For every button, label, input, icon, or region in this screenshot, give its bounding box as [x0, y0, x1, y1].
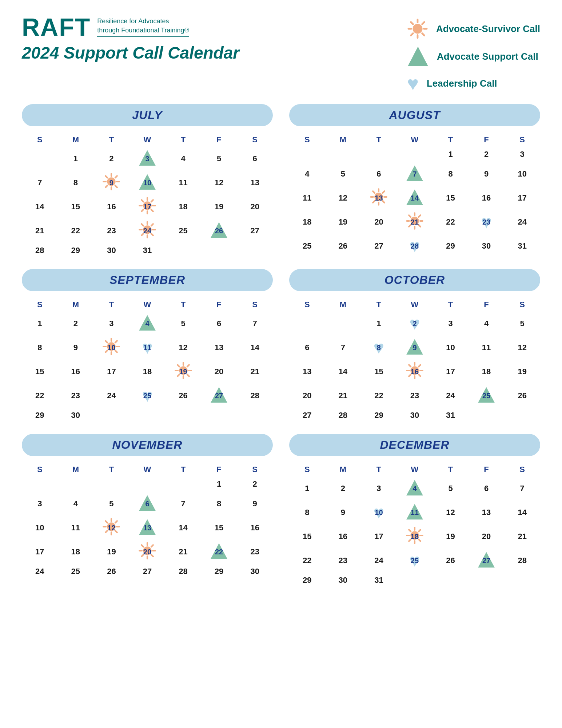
cal-day: 8 — [289, 500, 325, 525]
cal-day: 13 — [289, 360, 325, 384]
empty-cell — [201, 408, 237, 423]
dow-header: T — [165, 463, 201, 476]
calendar-cell-8: ♥ 8 — [370, 339, 388, 357]
cal-day: 19 — [165, 360, 201, 384]
cal-day: 6 — [289, 336, 325, 360]
cal-day: 16 — [93, 195, 129, 219]
calendar-cell-28: ♥ 28 — [406, 237, 424, 255]
cal-day: 29 — [433, 234, 469, 258]
cal-day: 21 — [237, 360, 273, 384]
empty-cell — [22, 476, 58, 492]
calendar-table: SMTWTFS123 4 56789 10 ♥ 11 1213141516171… — [22, 298, 273, 423]
cal-day: 30 — [469, 234, 505, 258]
calendar-cell-26: 26 — [210, 222, 228, 240]
dow-header: T — [433, 463, 469, 476]
calendar-cell-6: 6 — [138, 495, 156, 513]
cal-day: 21 — [22, 219, 58, 243]
cal-day: 9 — [58, 336, 94, 360]
cal-day: 1 — [361, 312, 397, 336]
cal-day: 6 — [129, 492, 166, 516]
calendar-cell-19: 19 — [174, 363, 192, 381]
cal-day: 30 — [58, 408, 94, 423]
empty-cell — [397, 573, 433, 588]
dow-header: S — [504, 298, 540, 312]
empty-cell — [469, 408, 505, 423]
empty-cell — [289, 147, 325, 162]
dow-header: S — [504, 133, 540, 147]
cal-day: 30 — [397, 408, 433, 423]
svg-line-8 — [411, 33, 413, 36]
svg-line-121 — [419, 530, 420, 531]
calendar-cell-17: 17 — [138, 198, 156, 216]
cal-day: 2 — [469, 147, 505, 162]
cal-day: 12 — [433, 500, 469, 525]
cal-day: 4 — [58, 492, 94, 516]
legend-label-support: Advocate Support Call — [437, 51, 538, 62]
calendar-pair: SEPTEMBER SMTWTFS123 4 56789 10 ♥ 11 121… — [22, 269, 540, 423]
svg-line-109 — [151, 545, 153, 547]
empty-cell — [93, 408, 129, 423]
month-september: SEPTEMBER SMTWTFS123 4 56789 10 ♥ 11 121… — [22, 269, 273, 423]
empty-cell — [504, 408, 540, 423]
cal-day: 13 — [237, 171, 273, 195]
cal-day: 2 — [58, 312, 94, 336]
svg-line-68 — [115, 341, 117, 343]
cal-day: 28 — [22, 243, 58, 258]
svg-line-47 — [383, 201, 384, 203]
cal-day: 21 — [504, 525, 540, 549]
empty-cell — [361, 147, 397, 162]
calendar-table: SMTWTFS12345 6 7891011 12 13 14151617181 — [22, 463, 273, 579]
dow-header: S — [237, 133, 273, 147]
cal-day: 4 — [397, 476, 433, 500]
cal-day: ♥ 23 — [469, 210, 505, 234]
cal-day: 16 — [58, 360, 94, 384]
svg-line-67 — [115, 351, 117, 352]
calendar-cell-21: 21 — [406, 213, 424, 231]
dow-header: T — [361, 298, 397, 312]
empty-cell — [504, 573, 540, 588]
cal-day: 28 — [237, 384, 273, 408]
heart-icon: ♥ — [407, 74, 419, 93]
cal-day: 25 — [469, 384, 505, 408]
legend-item-leadership: ♥ Leadership Call — [407, 74, 497, 93]
pair-right: AUGUST SMTWTFS123456 7 89101112 13 14 — [289, 104, 540, 258]
cal-day: 14 — [165, 516, 201, 540]
cal-day: 29 — [289, 573, 325, 588]
cal-day: 23 — [58, 384, 94, 408]
dow-header: S — [289, 463, 325, 476]
cal-day: 11 — [469, 336, 505, 360]
cal-day: 12 — [325, 186, 361, 210]
empty-cell — [433, 573, 469, 588]
cal-day: 22 — [361, 384, 397, 408]
calendar-cell-22: 22 — [210, 543, 228, 561]
month-october: OCTOBER SMTWTFS1 ♥ 2 34567 ♥ 8 9 1011121… — [289, 269, 540, 423]
month-header-august: AUGUST — [289, 104, 540, 126]
cal-day: 22 — [289, 549, 325, 573]
logo-row: RAFT Resilience for Advocates through Fo… — [22, 15, 239, 39]
cal-day: 27 — [201, 384, 237, 408]
svg-line-98 — [115, 531, 117, 533]
pair-left: NOVEMBER SMTWTFS12345 6 7891011 12 13 — [22, 434, 273, 579]
cal-day: 3 — [361, 476, 397, 500]
dow-header: F — [469, 298, 505, 312]
cal-day: 17 — [504, 186, 540, 210]
cal-day: 7 — [165, 492, 201, 516]
svg-line-87 — [419, 375, 420, 376]
cal-day: 29 — [58, 243, 94, 258]
empty-cell — [22, 147, 58, 171]
cal-day: 14 — [325, 360, 361, 384]
cal-day: 8 — [22, 336, 58, 360]
svg-line-58 — [419, 215, 420, 217]
svg-line-37 — [151, 224, 153, 226]
empty-cell — [237, 243, 273, 258]
dow-header: S — [289, 133, 325, 147]
dow-header: F — [469, 463, 505, 476]
calendar-table: SMTWTFS123456 7 89101112 13 14 151617181 — [289, 133, 540, 258]
cal-day: 9 — [325, 500, 361, 525]
cal-day: 24 — [433, 384, 469, 408]
cal-day: 30 — [93, 243, 129, 258]
sunburst-icon — [407, 18, 428, 39]
cal-day: 23 — [397, 384, 433, 408]
month-august: AUGUST SMTWTFS123456 7 89101112 13 14 — [289, 104, 540, 258]
calendar-cell-10: 10 — [138, 174, 156, 192]
